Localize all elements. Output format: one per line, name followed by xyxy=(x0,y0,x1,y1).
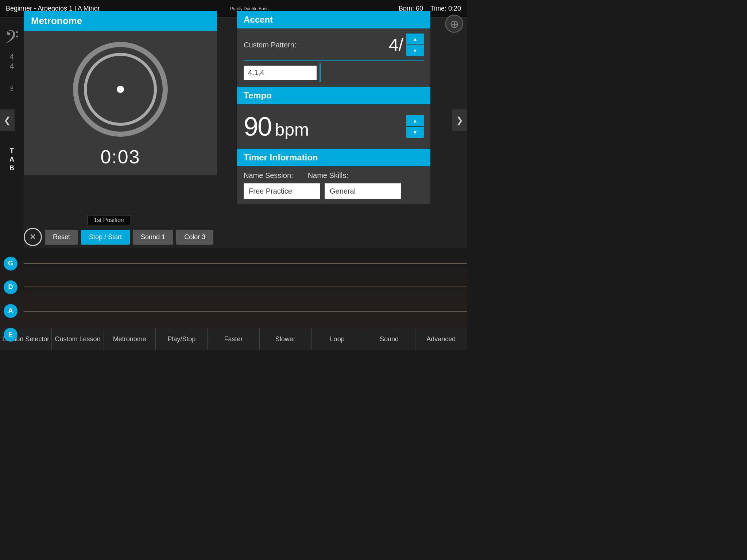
toolbar-faster[interactable]: Faster xyxy=(208,328,259,350)
nav-left-arrow[interactable]: ❮ xyxy=(0,109,15,131)
control-buttons: ✕ Reset Stop / Start Sound 1 Color 3 xyxy=(24,228,213,246)
position-indicator: 1st Position xyxy=(88,215,130,225)
toolbar-slower[interactable]: Slower xyxy=(260,328,311,350)
custom-pattern-label: Custom Pattern: xyxy=(244,41,297,49)
name-skills-label: Name Skills: xyxy=(308,171,348,180)
accent-big-value: 4/ xyxy=(389,36,403,54)
accent-down-button[interactable]: ▼ xyxy=(406,45,424,56)
accent-divider xyxy=(320,63,321,82)
toolbar-metronome[interactable]: Metronome xyxy=(104,328,156,350)
accent-content: Custom Pattern: 4/ ▲ ▼ xyxy=(237,28,430,87)
time-display: Time: 0:20 xyxy=(430,5,461,12)
timer-section: Timer Information Name Session: Name Ski… xyxy=(237,149,430,204)
tempo-header: Tempo xyxy=(237,87,430,104)
accent-value-container: 4/ ▲ ▼ xyxy=(389,34,424,56)
toolbar-sound[interactable]: Sound xyxy=(363,328,415,350)
sound-button[interactable]: Sound 1 xyxy=(133,230,173,245)
timer-content: Name Session: Name Skills: xyxy=(237,166,430,204)
toolbar-custom-lesson[interactable]: Custom Lesson xyxy=(52,328,104,350)
close-icon: ✕ xyxy=(30,232,36,242)
metronome-panel: Metronome 0:03 xyxy=(24,11,217,175)
string-a-label: A xyxy=(4,304,18,318)
timer-title: Timer Information xyxy=(244,152,318,162)
tempo-value-group: 90 bpm xyxy=(244,112,309,141)
tab-label: TAB xyxy=(9,147,14,172)
metronome-header: Metronome xyxy=(24,11,217,31)
tempo-title: Tempo xyxy=(244,90,272,100)
accent-row: Custom Pattern: 4/ ▲ ▼ xyxy=(244,34,424,56)
stop-start-button[interactable]: Stop / Start xyxy=(81,230,130,245)
metronome-circle xyxy=(69,38,171,140)
metronome-title: Metronome xyxy=(31,15,82,26)
nav-right-arrow[interactable]: ❯ xyxy=(452,109,467,131)
metronome-body: 0:03 xyxy=(24,31,217,175)
timer-inputs-row xyxy=(244,183,424,199)
string-d-label: D xyxy=(4,280,18,294)
string-e-label: E xyxy=(4,328,18,342)
tempo-section: Tempo 90 bpm ▲ ▼ xyxy=(237,87,430,149)
accent-section: Accent Custom Pattern: 4/ ▲ ▼ xyxy=(237,11,430,87)
main-content: ⊕ Metronome 0:03 Accent Custom Pattern: xyxy=(0,18,467,328)
string-g-label: G xyxy=(4,257,18,271)
toolbar-advanced[interactable]: Advanced xyxy=(415,328,467,350)
accent-input-row xyxy=(244,60,424,82)
bass-clef: 𝄢 xyxy=(5,28,19,50)
name-session-label: Name Session: xyxy=(244,171,293,180)
tempo-up-button[interactable]: ▲ xyxy=(406,115,424,126)
tempo-display: 90 bpm ▲ ▼ xyxy=(237,104,430,149)
tempo-value: 90 xyxy=(244,112,271,141)
metronome-dot xyxy=(117,86,124,93)
left-arrow-icon: ❮ xyxy=(4,115,11,125)
timer-header: Timer Information xyxy=(237,149,430,166)
accent-up-button[interactable]: ▲ xyxy=(406,34,424,44)
reset-button[interactable]: Reset xyxy=(45,230,78,245)
tempo-unit: bpm xyxy=(275,120,309,139)
position-text: 1st Position xyxy=(94,217,124,223)
metronome-time-display: 0:03 xyxy=(100,146,140,168)
timer-labels-row: Name Session: Name Skills: xyxy=(244,171,424,180)
tempo-arrows: ▲ ▼ xyxy=(406,115,424,138)
color-button[interactable]: Color 3 xyxy=(176,230,213,245)
toolbar-loop[interactable]: Loop xyxy=(311,328,363,350)
string-labels-column: G D A E xyxy=(0,248,24,350)
accent-pattern-input[interactable] xyxy=(244,66,317,80)
tempo-down-button[interactable]: ▼ xyxy=(406,127,424,138)
right-panel: Accent Custom Pattern: 4/ ▲ ▼ xyxy=(237,11,430,204)
add-button[interactable]: ⊕ xyxy=(445,15,463,33)
bottom-toolbar: Lesson Selector Custom Lesson Metronome … xyxy=(0,328,467,350)
accent-arrows: ▲ ▼ xyxy=(406,34,424,56)
right-arrow-icon: ❯ xyxy=(456,115,463,125)
close-button[interactable]: ✕ xyxy=(24,228,42,246)
accent-title: Accent xyxy=(244,15,273,24)
session-name-input[interactable] xyxy=(244,183,320,199)
skills-name-input[interactable] xyxy=(325,183,401,199)
time-signature: 44 xyxy=(9,52,14,71)
toolbar-play-stop[interactable]: Play/Stop xyxy=(156,328,208,350)
fret-number: 8 xyxy=(10,86,13,92)
app-logo: Purely Double Bass xyxy=(230,6,268,11)
accent-header: Accent xyxy=(237,11,430,28)
